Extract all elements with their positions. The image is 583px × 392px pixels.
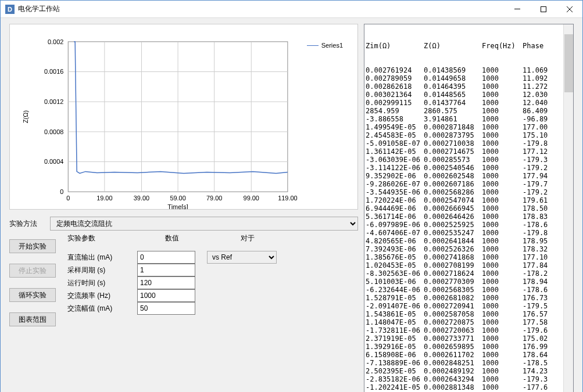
start-experiment-button[interactable]: 开始实验 [9, 239, 56, 253]
grid-cell: 1000 [482, 359, 523, 367]
grid-cell: 0.01449658 [424, 74, 482, 82]
grid-cell: 1.499549E-05 [366, 123, 424, 131]
grid-cell: 0.0002540546 [424, 164, 482, 172]
loop-experiment-button[interactable]: 循环实验 [9, 288, 56, 302]
grid-cell: 1000 [482, 107, 523, 115]
grid-row[interactable]: -8.302563E-060.00027186241000-178.2 [366, 269, 572, 278]
grid-row[interactable]: -5.091058E-070.00027100381000-179.8 [366, 139, 572, 148]
grid-cell: 177.94 [523, 172, 557, 180]
grid-row[interactable]: 9.352902E-060.00026025481000177.94 [366, 172, 572, 180]
grid-row[interactable]: 1.543861E-050.00025870581000176.57 [366, 310, 572, 318]
grid-row[interactable]: -3.544935E-060.00025682861000-179.2 [366, 188, 572, 196]
grid-col-freq: Freq(Hz) [482, 42, 523, 50]
chart-range-button[interactable]: 图表范围 [9, 312, 56, 326]
grid-row[interactable]: 4.820565E-060.00026418441000178.95 [366, 237, 572, 245]
grid-cell: 1000 [482, 367, 523, 375]
grid-row[interactable]: -1.202241E-050.00028813481000-177.6 [366, 383, 572, 391]
grid-cell: 0.0002873795 [424, 131, 482, 139]
grid-row[interactable]: -4.607406E-070.00025352471000-179.8 [366, 229, 572, 237]
grid-cell: 1000 [482, 351, 523, 359]
grid-cell: -179.2 [523, 188, 557, 196]
grid-cell: 1000 [482, 148, 523, 156]
grid-row[interactable]: 2.454583E-050.00028737951000175.10 [366, 131, 572, 139]
grid-cell: -179.8 [523, 229, 557, 237]
grid-row[interactable]: 0.0030213640.01448565100012.030 [366, 91, 572, 99]
grid-row[interactable]: -6.097989E-060.00025259251000-178.6 [366, 221, 572, 229]
grid-row[interactable]: 1.020453E-050.00027081991000177.84 [366, 261, 572, 269]
grid-cell: 1000 [482, 286, 523, 294]
stop-experiment-button[interactable]: 停止实验 [9, 264, 56, 278]
maximize-button[interactable] [530, 1, 556, 17]
grid-row[interactable]: 1.720224E-060.00025470741000179.61 [366, 196, 572, 204]
button-column: 开始实验 停止实验 循环实验 图表范围 [9, 239, 56, 326]
grid-row[interactable]: 7.392493E-060.00025263261000178.32 [366, 245, 572, 253]
grid-cell: 176.73 [523, 294, 557, 302]
vertical-scrollbar[interactable] [563, 24, 573, 392]
ytick: 0.0004 [44, 158, 63, 165]
grid-row[interactable]: -9.286026E-070.00026071861000-179.7 [366, 180, 572, 188]
param-input[interactable] [137, 264, 195, 276]
grid-row[interactable]: 6.944469E-060.00026669451000178.50 [366, 204, 572, 213]
grid-row[interactable]: 0.0027619240.01438569100011.069 [366, 66, 572, 74]
param-header-value: 数值 [143, 233, 201, 243]
grid-row[interactable]: 5.361714E-060.00026464261000178.83 [366, 213, 572, 221]
grid-cell: 86.409 [523, 107, 557, 115]
grid-cell: 0.0002718624 [424, 269, 482, 278]
grid-row[interactable]: 0.0027890590.01449658100011.092 [366, 74, 572, 82]
grid-row[interactable]: 1.499549E-050.00028718481000177.00 [366, 123, 572, 131]
grid-cell: 1.385676E-05 [366, 253, 424, 261]
xtick: 19.00 [96, 195, 112, 202]
grid-cell: 0.0002568286 [424, 188, 482, 196]
grid-cell: 1000 [482, 74, 523, 82]
param-input[interactable] [137, 276, 195, 289]
grid-row[interactable]: 5.101003E-060.00027703091000178.94 [366, 278, 572, 286]
grid-row[interactable]: 0.0028626180.01464395100011.272 [366, 82, 572, 91]
grid-row[interactable]: 2854.9592860.575100086.409 [366, 107, 572, 115]
grid-row[interactable]: 0.0029991150.01437764100012.040 [366, 99, 572, 107]
grid-row[interactable]: 2.371919E-050.00027337711000175.02 [366, 335, 572, 343]
legend-label: Series1 [321, 42, 343, 49]
grid-cell: 1.148047E-05 [366, 318, 424, 326]
grid-row[interactable]: -3.114122E-060.00025405461000-179.2 [366, 164, 572, 172]
method-select[interactable]: 定频电流交流阻抗 [50, 217, 358, 231]
param-input[interactable] [137, 302, 195, 315]
minimize-button[interactable] [504, 1, 530, 17]
grid-row[interactable]: 1.361142E-050.00027146751000177.12 [366, 148, 572, 156]
grid-cell: 6.158908E-06 [366, 351, 424, 359]
grid-row[interactable]: 2.502395E-050.00024891921000174.23 [366, 367, 572, 375]
grid-cell: 1000 [482, 383, 523, 391]
param-input[interactable] [137, 251, 195, 264]
grid-row[interactable]: 1.148047E-050.00027208751000177.58 [366, 318, 572, 326]
titlebar[interactable]: D 电化学工作站 [1, 1, 582, 18]
grid-cell: 1000 [482, 204, 523, 213]
grid-row[interactable]: -3.8865583.9148611000-96.89 [366, 115, 572, 123]
grid-row[interactable]: -3.063039E-060.0002855731000-179.3 [366, 156, 572, 164]
ref-select[interactable]: vs Ref [207, 251, 277, 264]
grid-cell: 0.0002659895 [424, 343, 482, 351]
grid-row[interactable]: 1.392916E-050.00026598951000176.99 [366, 343, 572, 351]
grid-row[interactable]: -2.835182E-060.00026432941000-179.3 [366, 375, 572, 383]
grid-cell: 2.371919E-05 [366, 335, 424, 343]
xtick: 119.00 [278, 195, 297, 202]
grid-col-zim: Zim(Ω) [366, 42, 424, 50]
grid-row[interactable]: 1.528791E-050.00026810821000176.73 [366, 294, 572, 302]
grid-row[interactable]: -6.232644E-060.00025683051000-178.6 [366, 286, 572, 294]
grid-row[interactable]: 6.158908E-060.00026117021000178.64 [366, 351, 572, 359]
param-header-for: 对于 [219, 233, 277, 243]
params-area: 开始实验 停止实验 循环实验 图表范围 实验参数 数值 对于 直流输出 (mA)… [9, 233, 358, 326]
close-button[interactable] [556, 1, 582, 17]
param-headers: 实验参数 数值 对于 [67, 233, 277, 243]
grid-cell: 0.0002526326 [424, 245, 482, 253]
param-input[interactable] [137, 289, 195, 302]
grid-row[interactable]: -1.732811E-060.00027200631000-179.6 [366, 326, 572, 335]
grid-cell: 176.57 [523, 310, 557, 318]
grid-cell: -179.5 [523, 302, 557, 310]
scroll-thumb[interactable] [564, 34, 573, 92]
grid-row[interactable]: -2.091407E-060.00027209411000-179.5 [366, 302, 572, 310]
chart-svg: 0.002 0.0016 0.0012 0.0008 0.0004 0 0 19… [10, 24, 357, 209]
grid-cell: -2.091407E-06 [366, 302, 424, 310]
grid-cell: 0.0002770309 [424, 278, 482, 286]
data-grid[interactable]: Zim(Ω) Z(Ω) Freq(Hz) Phase 0.0027619240.… [364, 24, 574, 392]
grid-row[interactable]: 1.385676E-050.00027418681000177.10 [366, 253, 572, 261]
grid-row[interactable]: -7.138889E-060.00028482511000-178.5 [366, 359, 572, 367]
